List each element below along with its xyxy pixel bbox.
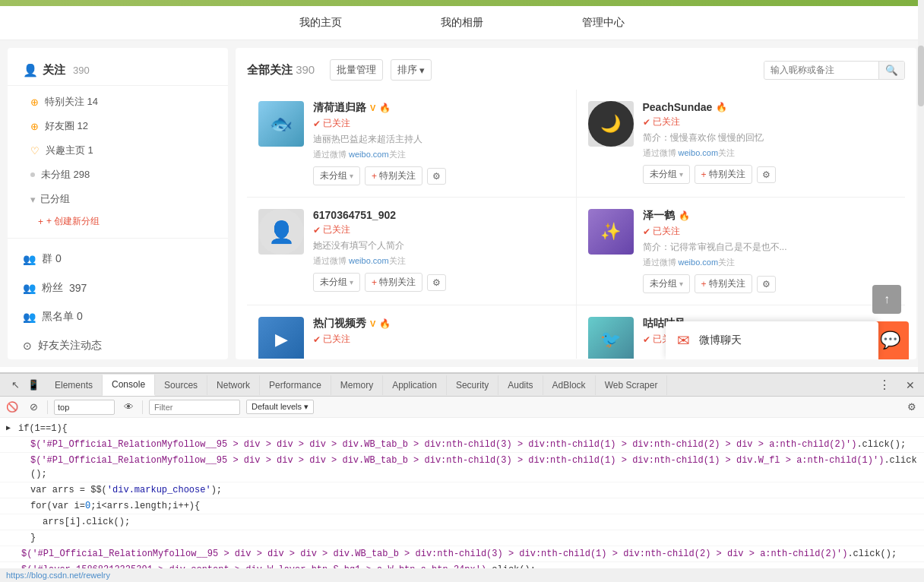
tab-audits[interactable]: Audits bbox=[498, 375, 543, 395]
tab-console[interactable]: Console bbox=[103, 375, 155, 396]
card-name-2: 6170364751_902 bbox=[313, 209, 565, 221]
chat-float-icon: 💬 bbox=[880, 331, 900, 350]
nav-admin[interactable]: 管理中心 bbox=[578, 8, 628, 37]
sidebar-fans[interactable]: 👥 粉丝 397 bbox=[8, 274, 228, 302]
tab-network[interactable]: Network bbox=[207, 375, 260, 395]
tab-sources[interactable]: Sources bbox=[155, 375, 207, 395]
devtools-menu-icon[interactable]: ⋮ bbox=[872, 375, 897, 395]
special-follow-label: 特别关注 14 bbox=[45, 95, 98, 109]
tag-arrow-1: ▾ bbox=[679, 170, 683, 179]
sidebar-blacklist[interactable]: 👥 黑名单 0 bbox=[8, 302, 228, 331]
sidebar-grouped[interactable]: ▾ 已分组 bbox=[8, 187, 228, 211]
follow-card-1: 🌙 PeachSundae 🔥 ✔ 已关注 bbox=[577, 90, 906, 197]
create-group-button[interactable]: + + 创建新分组 bbox=[8, 211, 228, 232]
console-text-6: } bbox=[18, 531, 36, 545]
special-follow-btn-2[interactable]: + 特别关注 bbox=[365, 273, 422, 292]
tab-security[interactable]: Security bbox=[447, 375, 498, 395]
card-info-1: PeachSundae 🔥 ✔ 已关注 简介：慢慢喜欢你 慢慢的回忆 通过微博 … bbox=[643, 101, 894, 184]
follow-status-0: ✔ 已关注 bbox=[313, 117, 565, 130]
settings-btn-2[interactable]: ⚙ bbox=[427, 274, 446, 291]
card-desc-3: 简介：记得常审视自己是不是也不... bbox=[643, 241, 894, 254]
tab-application[interactable]: Application bbox=[383, 375, 447, 395]
tab-webscraper[interactable]: Web Scraper bbox=[596, 375, 668, 395]
follow-card-3: ✨ 泽一鹤 🔥 ✔ 已关注 简介：记得常 bbox=[577, 198, 906, 305]
devtools-close-icon[interactable]: ✕ bbox=[900, 376, 921, 394]
special-follow-btn-3[interactable]: + 特别关注 bbox=[695, 274, 752, 293]
toolbar-divider-2 bbox=[142, 400, 143, 414]
devtools-select-icon[interactable]: ↖ bbox=[8, 378, 23, 393]
settings-gear-icon[interactable]: ⚙ bbox=[904, 400, 919, 415]
console-text-0: if(1==1){ bbox=[18, 422, 68, 435]
avatar-5: 🐦 bbox=[588, 317, 634, 359]
card-source-3: 通过微博 weibo.com关注 bbox=[643, 257, 894, 268]
settings-btn-0[interactable]: ⚙ bbox=[427, 168, 446, 185]
blacklist-icon: 👥 bbox=[23, 311, 36, 323]
devtools-panel: ↖ 📱 Elements Console Sources Network Per… bbox=[0, 372, 924, 582]
scrollbar-thumb[interactable] bbox=[918, 46, 924, 106]
fire-badge-4: 🔥 bbox=[379, 318, 391, 329]
follow-card-0: 🐟 清荷逍归路 V 🔥 ✔ 已关注 bbox=[247, 90, 576, 197]
follow-status-4: ✔ 已关注 bbox=[313, 333, 565, 346]
clear-console-icon[interactable]: 🚫 bbox=[5, 400, 20, 415]
sidebar-follow-header[interactable]: 👤 关注 390 bbox=[8, 59, 228, 86]
tab-memory[interactable]: Memory bbox=[331, 375, 383, 395]
tag-arrow-3: ▾ bbox=[679, 280, 683, 288]
toggle-filter-icon[interactable]: ⊘ bbox=[26, 400, 41, 415]
sidebar-interest[interactable]: ♡ 兴趣主页 1 bbox=[8, 138, 228, 163]
weibo-chat-popup[interactable]: ✉ 微博聊天 bbox=[666, 321, 878, 359]
interest-label: 兴趣主页 1 bbox=[46, 144, 93, 157]
devtools-toolbar-right: ⚙ bbox=[904, 400, 919, 415]
sort-arrow-icon: ▾ bbox=[419, 65, 425, 76]
default-levels-select[interactable]: Default levels ▾ bbox=[246, 400, 314, 414]
card-tag-btn-3[interactable]: 未分组 ▾ bbox=[643, 274, 690, 293]
blacklist-label: 黑名单 0 bbox=[42, 310, 83, 324]
avatar-3: ✨ bbox=[588, 209, 634, 255]
card-actions-2: 未分组 ▾ + 特别关注 ⚙ bbox=[313, 273, 565, 292]
console-text-3: var arrs = $$('div.markup_choose'); bbox=[18, 483, 222, 497]
nav-home[interactable]: 我的主页 bbox=[296, 8, 346, 37]
special-follow-btn-1[interactable]: + 特别关注 bbox=[695, 165, 752, 184]
special-follow-btn-0[interactable]: + 特别关注 bbox=[365, 166, 422, 185]
interest-icon: ♡ bbox=[30, 145, 40, 157]
follow-card-4: ▶ 热门视频秀 V 🔥 ✔ 已关注 bbox=[247, 305, 576, 359]
card-info-4: 热门视频秀 V 🔥 ✔ 已关注 bbox=[313, 317, 565, 349]
sidebar-friend-activity[interactable]: ⊙ 好友关注动态 bbox=[8, 331, 228, 360]
scroll-top-button[interactable]: ↑ bbox=[872, 285, 901, 314]
fire-badge-1: 🔥 bbox=[716, 102, 727, 112]
card-tag-btn-2[interactable]: 未分组 ▾ bbox=[313, 273, 360, 292]
follow-status-2: ✔ 已关注 bbox=[313, 223, 565, 236]
sidebar-friends[interactable]: ⊕ 好友圈 12 bbox=[8, 114, 228, 138]
console-output: ▶ if(1==1){ $('#Pl_Official_RelationMyfo… bbox=[0, 418, 924, 582]
sidebar-special-follow[interactable]: ⊕ 特别关注 14 bbox=[8, 90, 228, 114]
grouped-arrow: ▾ bbox=[30, 194, 36, 205]
settings-btn-1[interactable]: ⚙ bbox=[757, 166, 776, 183]
eye-icon[interactable]: 👁 bbox=[121, 400, 136, 415]
nav-album[interactable]: 我的相册 bbox=[437, 8, 487, 37]
devtools-device-icon[interactable]: 📱 bbox=[26, 378, 41, 393]
sidebar-follow-count: 390 bbox=[73, 65, 90, 76]
search-button[interactable]: 🔍 bbox=[878, 62, 904, 79]
page-scrollbar[interactable] bbox=[918, 0, 924, 372]
tab-performance[interactable]: Performance bbox=[260, 375, 331, 395]
card-tag-btn-0[interactable]: 未分组 ▾ bbox=[313, 166, 360, 185]
content-count: 390 bbox=[296, 63, 315, 76]
avatar-2: 👤 bbox=[258, 209, 304, 255]
tab-adblock[interactable]: AdBlock bbox=[543, 375, 596, 395]
card-name-4: 热门视频秀 V 🔥 bbox=[313, 317, 565, 331]
chat-label: 微博聊天 bbox=[699, 334, 742, 347]
sidebar-groups[interactable]: 👥 群 0 bbox=[8, 245, 228, 274]
console-filter-input[interactable] bbox=[149, 400, 240, 415]
header-banner bbox=[0, 0, 924, 6]
sidebar-ungrouped[interactable]: 未分组 298 bbox=[8, 163, 228, 187]
card-info-0: 清荷逍归路 V 🔥 ✔ 已关注 迪丽热巴益起来超活主持人 通过微博 weibo.… bbox=[313, 101, 565, 185]
card-desc-1: 简介：慢慢喜欢你 慢慢的回忆 bbox=[643, 131, 894, 144]
context-select[interactable]: top bbox=[54, 400, 115, 415]
sort-button[interactable]: 排序 ▾ bbox=[391, 59, 432, 81]
tab-elements[interactable]: Elements bbox=[46, 375, 103, 395]
card-tag-btn-1[interactable]: 未分组 ▾ bbox=[643, 165, 690, 184]
console-text-2: $('#Pl_Official_RelationMyfollow__95 > d… bbox=[18, 454, 918, 481]
follow-status-1: ✔ 已关注 bbox=[643, 115, 894, 128]
batch-manage-button[interactable]: 批量管理 bbox=[330, 59, 383, 81]
settings-btn-3[interactable]: ⚙ bbox=[757, 276, 776, 293]
search-input[interactable] bbox=[764, 62, 878, 78]
